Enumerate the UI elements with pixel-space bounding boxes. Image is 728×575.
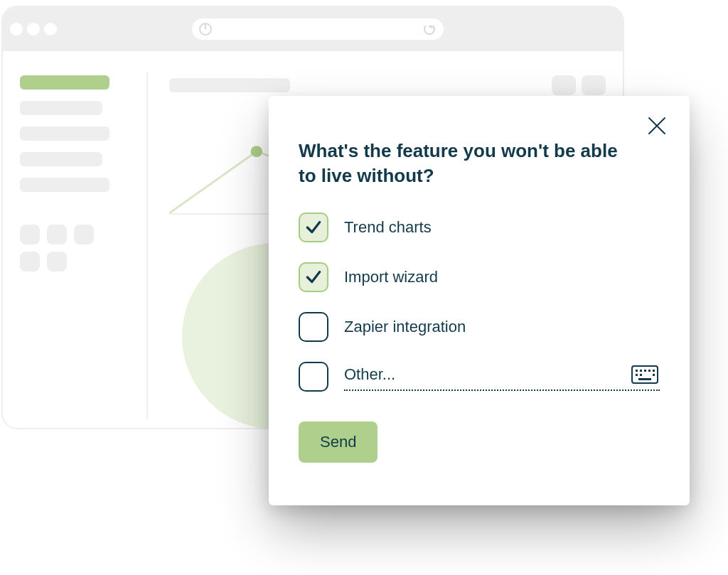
other-input[interactable]: Other... bbox=[344, 362, 660, 391]
option-label: Import wizard bbox=[344, 268, 438, 286]
checkbox[interactable] bbox=[299, 213, 328, 242]
survey-option[interactable]: Zapier integration bbox=[299, 312, 660, 342]
survey-popup: What's the feature you won't be able to … bbox=[269, 96, 690, 505]
checkbox[interactable] bbox=[299, 312, 328, 342]
option-label: Zapier integration bbox=[344, 318, 466, 336]
view-toggle[interactable] bbox=[552, 75, 576, 95]
window-dot bbox=[10, 23, 23, 36]
survey-option-other[interactable]: Other... bbox=[299, 362, 660, 392]
view-toggles bbox=[552, 75, 606, 95]
svg-rect-2 bbox=[636, 370, 638, 372]
send-button[interactable]: Send bbox=[299, 421, 378, 463]
view-toggle[interactable] bbox=[582, 75, 606, 95]
keyboard-icon bbox=[631, 365, 658, 384]
svg-rect-3 bbox=[640, 370, 642, 372]
sidebar-tile[interactable] bbox=[20, 252, 40, 272]
sidebar-tile[interactable] bbox=[47, 252, 67, 272]
svg-rect-7 bbox=[636, 374, 638, 376]
svg-rect-6 bbox=[653, 370, 655, 372]
sidebar bbox=[20, 68, 125, 419]
survey-options: Trend charts Import wizard Zapier integr… bbox=[299, 213, 660, 392]
refresh-icon[interactable] bbox=[424, 23, 435, 35]
sidebar-item[interactable] bbox=[20, 101, 102, 115]
sidebar-grid bbox=[20, 225, 98, 272]
panel-title-placeholder bbox=[169, 78, 290, 92]
checkbox[interactable] bbox=[299, 262, 328, 292]
svg-rect-4 bbox=[644, 370, 646, 372]
window-controls bbox=[10, 23, 57, 36]
sidebar-item[interactable] bbox=[20, 127, 109, 141]
sidebar-tile[interactable] bbox=[47, 225, 67, 244]
window-dot bbox=[27, 23, 40, 36]
svg-rect-9 bbox=[653, 374, 655, 376]
survey-question: What's the feature you won't be able to … bbox=[299, 139, 633, 188]
svg-rect-8 bbox=[640, 374, 642, 376]
panel-header bbox=[169, 75, 606, 95]
svg-rect-10 bbox=[638, 378, 651, 380]
survey-option[interactable]: Import wizard bbox=[299, 262, 660, 292]
other-placeholder: Other... bbox=[344, 365, 621, 384]
sidebar-tile[interactable] bbox=[20, 225, 40, 244]
sidebar-tile[interactable] bbox=[74, 225, 94, 244]
checkbox[interactable] bbox=[299, 362, 328, 392]
svg-rect-5 bbox=[648, 370, 651, 372]
close-icon[interactable] bbox=[646, 114, 668, 137]
window-dot bbox=[44, 23, 57, 36]
address-bar[interactable] bbox=[192, 18, 444, 40]
sidebar-item[interactable] bbox=[20, 75, 109, 90]
browser-chrome bbox=[3, 7, 623, 51]
sidebar-item[interactable] bbox=[20, 178, 109, 192]
option-label: Trend charts bbox=[344, 218, 432, 237]
svg-point-0 bbox=[251, 146, 262, 157]
survey-option[interactable]: Trend charts bbox=[299, 213, 660, 242]
sidebar-item[interactable] bbox=[20, 152, 102, 166]
divider bbox=[146, 72, 148, 419]
